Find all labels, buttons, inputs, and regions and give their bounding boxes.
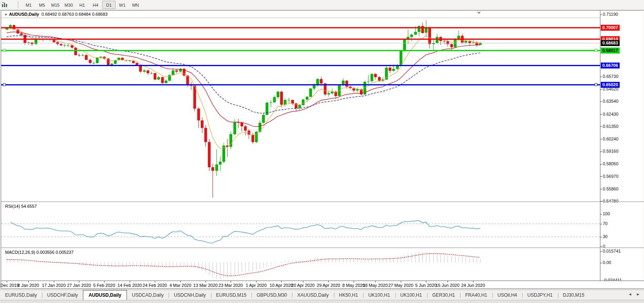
date-tick [448, 281, 448, 283]
date-tick [426, 281, 426, 283]
date-axis[interactable]: 30 Dec 20198 Jan 202017 Jan 202027 Jan 2… [1, 281, 644, 288]
main-price-chart[interactable] [1, 11, 600, 201]
chart-tab-GBPUSD-M30[interactable]: GBPUSD,M30 [251, 291, 292, 300]
timeframe-button-H1[interactable]: H1 [75, 1, 89, 9]
price-badge: 0.70007 [601, 25, 620, 31]
line-anchor [3, 83, 6, 86]
macd-histogram [7, 252, 481, 279]
price-tick-label: 0.65730 [600, 74, 618, 79]
price-tick-label: 0.59160 [600, 148, 618, 154]
chart-tab-bar: EURUSD,DailyUSDCHF,DailyAUDUSD,DailyUSDC… [0, 290, 644, 300]
price-tick-label: 0.63540 [600, 98, 618, 104]
date-label: 17 Jan 2020 [42, 283, 66, 288]
chart-tab-FRA40-H1[interactable]: FRA40,H1 [460, 291, 492, 300]
timeframe-button-H4[interactable]: H4 [89, 1, 102, 9]
chart-tab-UK100-H1[interactable]: UK100,H1 [363, 291, 395, 300]
rsi-panel[interactable] [1, 202, 600, 248]
date-tick [104, 281, 105, 283]
chart-window[interactable]: ▼AUDUSD,Daily 0.68492 0.68763 0.68484 0.… [1, 10, 644, 289]
price-tick-label: 0.58050 [600, 161, 618, 166]
chart-tab-USDJPY-H1[interactable]: USDJPY,H1 [522, 291, 558, 300]
date-tick [401, 281, 401, 283]
toolbar-grip[interactable] [17, 2, 19, 8]
date-tick [328, 281, 329, 283]
chart-tab-HK50-H1[interactable]: HK50,H1 [334, 291, 363, 300]
timeframe-button-M1[interactable]: M1 [22, 1, 35, 9]
date-tick [155, 281, 155, 283]
date-label: 24 Feb 2020 [143, 283, 167, 288]
chart-tab-USDCAD-Daily[interactable]: USDCAD,Daily [127, 291, 169, 300]
price-tick-label: 30 [600, 234, 607, 239]
tab-scroll-arrows[interactable]: ◄ ► [628, 292, 642, 296]
line-anchor [595, 83, 597, 86]
chart-tab-USDCNH-Daily[interactable]: USDCNH,Daily [169, 291, 211, 300]
timeframe-button-MN[interactable]: MN [129, 1, 142, 9]
chart-tab-EURUSD-Daily[interactable]: EURUSD,Daily [0, 291, 42, 300]
date-label: 27 Jan 2020 [67, 283, 91, 288]
date-tick [473, 281, 473, 283]
chart-tab-USOil-H4[interactable]: USOil,H4 [492, 291, 522, 300]
date-tick [130, 281, 130, 283]
timeframe-buttons: M1M5M15M30H1H4D1W1MN [22, 1, 142, 9]
panel-splitter[interactable] [1, 248, 644, 248]
price-axis[interactable]: 0.711900.657300.646200.635400.624300.613… [600, 11, 644, 281]
date-tick [180, 281, 181, 283]
date-label: 1 Apr 2020 [246, 283, 266, 288]
date-tick [205, 281, 206, 283]
date-label: 14 Feb 2020 [117, 283, 142, 288]
date-label: 10 Apr 2020 [270, 283, 293, 288]
date-label: 8 Jan 2020 [18, 283, 39, 288]
date-label: 20 Apr 2020 [291, 283, 314, 288]
timeframe-button-M5[interactable]: M5 [35, 1, 49, 9]
price-badge: 0.68017 [601, 48, 620, 54]
date-label: 30 Dec 2019 [0, 283, 19, 288]
chart-icon [2, 2, 8, 8]
panel-splitter[interactable] [1, 201, 644, 202]
rsi-line [10, 220, 480, 243]
price-tick-label: 0.71190 [600, 11, 618, 17]
timeframe-button-W1[interactable]: W1 [116, 1, 129, 9]
date-label: 23 Mar 2020 [218, 283, 243, 288]
status-strip [0, 300, 644, 303]
chart-tab-DJ30-M15[interactable]: DJ30,M15 [558, 291, 590, 300]
date-label: 13 Mar 2020 [193, 283, 218, 288]
charts-toolbar-icon[interactable]: ▾ [2, 1, 15, 9]
date-label: 27 May 2020 [388, 283, 413, 288]
chart-tab-USDCHF-Daily[interactable]: USDCHF,Daily [42, 291, 83, 300]
date-label: 5 Feb 2020 [93, 283, 115, 288]
ma-slow-line [7, 36, 480, 113]
price-tick-label: 0.015741 [600, 248, 621, 254]
date-tick [231, 281, 231, 283]
price-tick-label: 0.62430 [600, 111, 618, 117]
macd-panel[interactable] [1, 248, 600, 281]
chart-tab-UK100-H1[interactable]: UK100,H1 [395, 291, 427, 300]
date-tick [28, 281, 29, 283]
timeframe-toolbar: ▾ M1M5M15M30H1H4D1W1MN [0, 0, 644, 10]
chart-title: ▼AUDUSD,Daily 0.68492 0.68763 0.68484 0.… [4, 12, 108, 17]
price-tick-label: 0.54780 [600, 198, 618, 204]
ma-fast-line [7, 29, 480, 148]
line-anchor [3, 49, 6, 52]
price-tick-label: 0.61350 [600, 124, 618, 129]
price-tick-label: 0.00 [600, 260, 611, 265]
chart-symbol-label: AUDUSD,Daily [9, 12, 39, 17]
timeframe-button-M30[interactable]: M30 [62, 1, 75, 9]
macd-signal-line [7, 253, 480, 276]
date-tick [375, 281, 376, 283]
chart-tab-GER30-H1[interactable]: GER30,H1 [427, 291, 460, 300]
timeframe-button-M15[interactable]: M15 [49, 1, 62, 9]
line-anchor [595, 49, 597, 52]
chart-tab-XAUUSD-Daily[interactable]: XAUUSD,Daily [292, 291, 334, 300]
mt4-window: ▾ M1M5M15M30H1H4D1W1MN ▼AUDUSD,Daily 0.6… [0, 0, 644, 303]
chart-ohlc-values: 0.68492 0.68763 0.68484 0.68683 [41, 12, 107, 17]
chart-tab-EURUSD-M15[interactable]: EURUSD,M15 [211, 291, 251, 300]
collapse-arrow-icon[interactable]: ▼ [4, 13, 7, 17]
date-tick [7, 281, 7, 283]
chart-tab-AUDUSD-Daily[interactable]: AUDUSD,Daily [83, 290, 127, 300]
date-label: 4 Mar 2020 [169, 283, 191, 288]
candles-group [6, 20, 482, 198]
price-tick-label: 0.60240 [600, 136, 618, 142]
rsi-indicator-label: RSI(14) 54.6557 [5, 204, 37, 209]
date-label: 5 Jun 2020 [415, 283, 437, 288]
timeframe-button-D1[interactable]: D1 [102, 1, 116, 9]
